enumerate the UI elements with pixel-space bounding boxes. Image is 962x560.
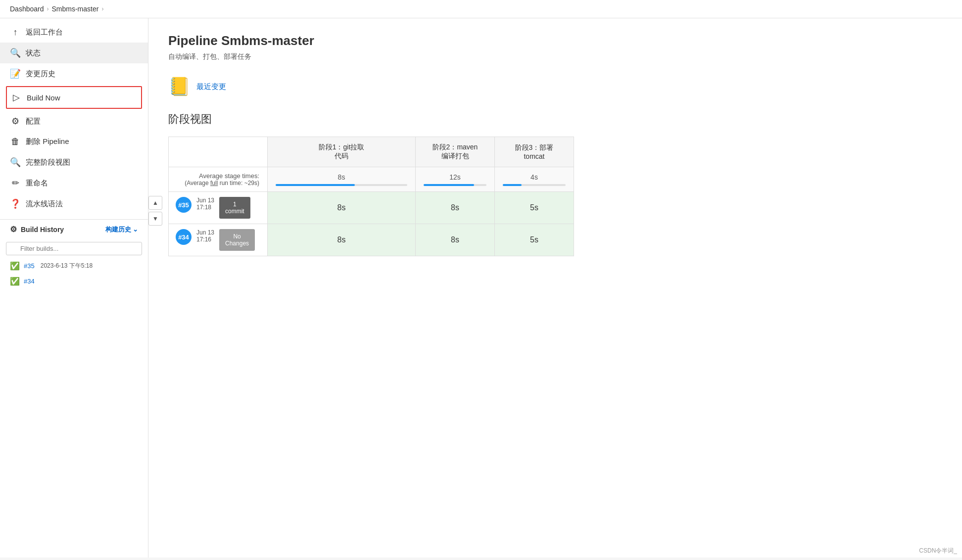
build-34-no-changes[interactable]: NoChanges xyxy=(219,229,255,251)
build-item-35: ✅ #35 2023-6-13 下午5:18 xyxy=(0,258,148,274)
breadcrumb-sep-1: › xyxy=(47,5,49,12)
build-35-time-cell: 17:18 xyxy=(196,204,214,211)
stage-avg-1-num: 8s xyxy=(276,173,407,181)
build-34-stage-3[interactable]: 5s xyxy=(495,224,574,256)
sidebar: ↑ 返回工作台 🔍 状态 📝 变更历史 ▷ Build Now ⚙ 配置 🗑 删… xyxy=(0,18,148,558)
stage-avg-1-bar-wrap xyxy=(276,184,407,186)
scroll-down-arrow[interactable]: ▼ xyxy=(148,212,162,226)
return-icon: ↑ xyxy=(10,27,21,38)
build-35-label: #35 Jun 13 17:18 1commit xyxy=(169,192,268,224)
play-icon: ▷ xyxy=(11,92,22,103)
build-history-link-label: 构建历史 xyxy=(105,225,131,234)
build-history-link[interactable]: 构建历史 ⌄ xyxy=(105,225,138,234)
stage-avg-2-num: 12s xyxy=(424,173,486,181)
sidebar-item-delete-label: 删除 Pipeline xyxy=(26,137,69,146)
avg-full-text: (Average full run time: ~29s) xyxy=(177,180,259,187)
build-35-circle: #35 xyxy=(176,197,192,213)
sidebar-item-full-stage[interactable]: 🔍 完整阶段视图 xyxy=(0,152,148,173)
sidebar-item-full-stage-label: 完整阶段视图 xyxy=(26,158,70,167)
sidebar-item-return-label: 返回工作台 xyxy=(26,28,63,37)
filter-wrap: 🔍 xyxy=(0,239,148,258)
main-content: Pipeline Smbms-master 自动编译、打包、部署任务 📒 最近变… xyxy=(148,18,962,558)
page-title: Pipeline Smbms-master xyxy=(168,33,942,48)
build-35-date-cell: Jun 13 xyxy=(196,197,214,204)
chevron-down-icon: ⌄ xyxy=(133,226,138,233)
stage-header-3: 阶段3：部署tomcat xyxy=(495,137,574,167)
full-search-icon: 🔍 xyxy=(10,157,21,168)
stage-table: 阶段1：git拉取代码 阶段2：maven编译打包 阶段3：部署tomcat A… xyxy=(168,137,574,256)
breadcrumb: Dashboard › Smbms-master › xyxy=(0,0,962,18)
build-35-row: #35 Jun 13 17:18 1commit 8s 8s 5s xyxy=(169,192,574,224)
sidebar-item-return[interactable]: ↑ 返回工作台 xyxy=(0,22,148,43)
scroll-arrows: ▲ ▼ xyxy=(148,196,162,226)
stage-avg-3-bar xyxy=(503,184,522,186)
stage-avg-1-bar xyxy=(276,184,355,186)
build-34-circle: #34 xyxy=(176,229,192,245)
build-history-header: ⚙ Build History 构建历史 ⌄ xyxy=(0,219,148,239)
breadcrumb-smbms[interactable]: Smbms-master xyxy=(52,5,99,13)
sidebar-item-syntax-label: 流水线语法 xyxy=(26,199,63,209)
stage-avg-2: 12s xyxy=(416,167,495,192)
stage-avg-2-bar-wrap xyxy=(424,184,486,186)
build-35-commit[interactable]: 1commit xyxy=(219,197,250,219)
stage-view-container: ▲ ▼ 阶段1：git拉取代码 阶段2：maven编译打包 阶段3：部署tomc… xyxy=(168,137,942,256)
breadcrumb-sep-2: › xyxy=(101,5,103,12)
sidebar-item-rename-label: 重命名 xyxy=(26,179,48,188)
pen-icon: ✏ xyxy=(10,178,21,188)
build-34-time-cell: 17:16 xyxy=(196,236,214,243)
build-history-title: Build History xyxy=(21,226,64,233)
build-35-stage-1[interactable]: 8s xyxy=(268,192,416,224)
build-34-row: #34 Jun 13 17:16 NoChanges 8s 8s xyxy=(169,224,574,256)
sidebar-item-changes[interactable]: 📝 变更历史 xyxy=(0,63,148,84)
stage-avg-1: 8s xyxy=(268,167,416,192)
sidebar-item-syntax[interactable]: ❓ 流水线语法 xyxy=(0,193,148,214)
question-icon: ❓ xyxy=(10,198,21,209)
build-history-title-wrap: ⚙ Build History xyxy=(10,225,64,234)
build-34-label: #34 Jun 13 17:16 NoChanges xyxy=(169,224,268,256)
build-34-num[interactable]: #34 xyxy=(24,278,35,285)
build-34-stage-1[interactable]: 8s xyxy=(268,224,416,256)
stage-avg-3-bar-wrap xyxy=(503,184,566,186)
changes-icon: 📝 xyxy=(10,68,21,79)
gear-icon: ⚙ xyxy=(10,116,21,127)
build-34-date-cell: Jun 13 xyxy=(196,229,214,236)
stage-avg-2-bar xyxy=(424,184,474,186)
sidebar-item-build-now[interactable]: ▷ Build Now xyxy=(6,86,142,109)
sidebar-item-rename[interactable]: ✏ 重命名 xyxy=(0,173,148,193)
sidebar-item-config-label: 配置 xyxy=(26,117,41,126)
page-subtitle: 自动编译、打包、部署任务 xyxy=(168,52,942,61)
sidebar-item-config[interactable]: ⚙ 配置 xyxy=(0,111,148,132)
notebook-icon: 📒 xyxy=(168,76,191,97)
build-34-stage-2[interactable]: 8s xyxy=(416,224,495,256)
sidebar-item-status-label: 状态 xyxy=(26,48,41,58)
stage-avg-3-num: 4s xyxy=(503,173,566,181)
breadcrumb-dashboard[interactable]: Dashboard xyxy=(10,5,44,13)
recent-changes-link[interactable]: 最近变更 xyxy=(196,82,226,92)
sidebar-item-status[interactable]: 🔍 状态 xyxy=(0,43,148,63)
build-status-ok-icon: ✅ xyxy=(10,261,20,271)
build-35-stage-3[interactable]: 5s xyxy=(495,192,574,224)
trash-icon: 🗑 xyxy=(10,137,21,147)
stage-view-title: 阶段视图 xyxy=(168,112,942,127)
avg-times-text: Average stage times: xyxy=(177,172,259,180)
search-icon: 🔍 xyxy=(10,47,21,58)
stage-header-1: 阶段1：git拉取代码 xyxy=(268,137,416,167)
sidebar-item-delete[interactable]: 🗑 删除 Pipeline xyxy=(0,132,148,152)
scroll-up-arrow[interactable]: ▲ xyxy=(148,196,162,210)
avg-times-row: Average stage times: (Average full run t… xyxy=(169,167,574,192)
stage-header-2: 阶段2：maven编译打包 xyxy=(416,137,495,167)
stage-avg-3: 4s xyxy=(495,167,574,192)
build-item-34: ✅ #34 xyxy=(0,274,148,289)
build-35-num[interactable]: #35 xyxy=(24,262,35,270)
recent-changes-section: 📒 最近变更 xyxy=(168,76,942,97)
sidebar-item-changes-label: 变更历史 xyxy=(26,69,55,79)
sidebar-item-build-now-label: Build Now xyxy=(27,93,60,102)
build-35-date: 2023-6-13 下午5:18 xyxy=(41,262,93,270)
filter-builds-input[interactable] xyxy=(6,242,142,255)
build-history-icon: ⚙ xyxy=(10,225,17,234)
watermark: CSDN令半词_ xyxy=(919,547,957,555)
avg-times-label: Average stage times: (Average full run t… xyxy=(169,167,268,192)
build-34-status-icon: ✅ xyxy=(10,277,20,286)
build-35-stage-2[interactable]: 8s xyxy=(416,192,495,224)
